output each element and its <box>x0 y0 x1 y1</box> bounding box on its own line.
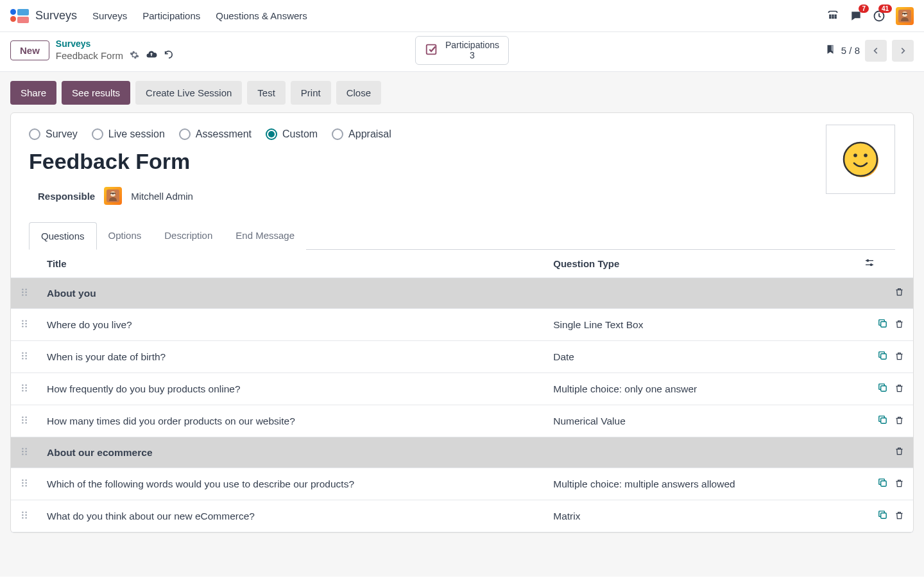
new-button[interactable]: New <box>10 40 49 60</box>
question-row[interactable]: What do you think about our new eCommerc… <box>11 500 913 532</box>
section-row[interactable]: About you <box>11 278 913 309</box>
see-results-button[interactable]: See results <box>62 81 130 105</box>
question-row[interactable]: Where do you live?Single Line Text Box <box>11 309 913 341</box>
nav-surveys[interactable]: Surveys <box>92 10 127 21</box>
row-type[interactable]: Matrix <box>544 500 855 532</box>
pager-prev-button[interactable] <box>865 40 887 62</box>
row-type[interactable]: Multiple choice: only one answer <box>544 373 855 405</box>
question-row[interactable]: When is your date of birth?Date <box>11 341 913 373</box>
pager-text[interactable]: 5 / 8 <box>841 45 860 56</box>
row-type[interactable]: Date <box>544 341 855 373</box>
messages-icon[interactable]: 7 <box>850 10 862 22</box>
gear-icon[interactable] <box>130 50 139 62</box>
radio-live-session[interactable]: Live session <box>92 128 165 140</box>
breadcrumb: Surveys Feedback Form <box>56 39 174 62</box>
svg-rect-12 <box>427 45 436 55</box>
survey-type-radios: SurveyLive sessionAssessmentCustomApprai… <box>29 128 895 140</box>
trash-icon[interactable] <box>894 446 904 456</box>
nav-questions-answers[interactable]: Questions & Answers <box>216 10 307 21</box>
activities-icon[interactable]: 41 <box>873 10 886 22</box>
tab-options[interactable]: Options <box>97 222 153 250</box>
svg-point-47 <box>25 384 26 385</box>
row-title[interactable]: How many times did you order products on… <box>38 405 544 437</box>
app-logo[interactable] <box>10 9 29 23</box>
row-type[interactable]: Numerical Value <box>544 405 855 437</box>
share-button[interactable]: Share <box>10 81 56 105</box>
drag-handle-icon[interactable] <box>11 341 38 373</box>
drag-handle-icon[interactable] <box>11 405 38 437</box>
col-title[interactable]: Title <box>38 250 544 278</box>
svg-point-16 <box>864 153 868 157</box>
question-row[interactable]: Which of the following words would you u… <box>11 468 913 500</box>
close-button[interactable]: Close <box>336 81 381 105</box>
main-nav: Surveys Participations Questions & Answe… <box>92 10 307 21</box>
participations-stat-button[interactable]: Participations 3 <box>415 36 509 65</box>
trash-icon[interactable] <box>894 319 904 329</box>
copy-icon[interactable] <box>877 318 888 329</box>
row-title[interactable]: When is your date of birth? <box>38 341 544 373</box>
drag-handle-icon[interactable] <box>11 309 38 341</box>
drag-handle-icon[interactable] <box>11 500 38 532</box>
svg-point-42 <box>25 355 26 356</box>
phone-icon[interactable] <box>826 10 839 22</box>
trash-icon[interactable] <box>894 383 904 393</box>
row-title[interactable]: How frequently do you buy products onlin… <box>38 373 544 405</box>
copy-icon[interactable] <box>877 509 888 520</box>
nav-participations[interactable]: Participations <box>142 10 200 21</box>
create-live-session-button[interactable]: Create Live Session <box>135 81 242 105</box>
radio-custom[interactable]: Custom <box>266 128 318 140</box>
tab-description[interactable]: Description <box>153 222 224 250</box>
row-type[interactable]: Multiple choice: multiple answers allowe… <box>544 468 855 500</box>
svg-point-40 <box>25 352 26 353</box>
row-type[interactable]: Single Line Text Box <box>544 309 855 341</box>
undo-icon[interactable] <box>164 49 174 62</box>
tab-questions[interactable]: Questions <box>29 222 97 250</box>
radio-appraisal[interactable]: Appraisal <box>332 128 391 140</box>
copy-icon[interactable] <box>877 350 888 361</box>
question-row[interactable]: How frequently do you buy products onlin… <box>11 373 913 405</box>
row-title[interactable]: About our ecommerce <box>38 437 544 468</box>
col-type[interactable]: Question Type <box>544 250 855 278</box>
row-title[interactable]: What do you think about our new eCommerc… <box>38 500 544 532</box>
app-name[interactable]: Surveys <box>35 9 77 22</box>
drag-handle-icon[interactable] <box>11 373 38 405</box>
trash-icon[interactable] <box>894 416 904 425</box>
pager-next-button[interactable] <box>892 40 914 62</box>
svg-point-76 <box>25 514 26 515</box>
row-type[interactable] <box>544 437 855 468</box>
trash-icon[interactable] <box>894 351 904 361</box>
radio-circle-icon <box>92 128 103 140</box>
copy-icon[interactable] <box>877 382 888 393</box>
drag-handle-icon[interactable] <box>11 437 38 468</box>
responsible-avatar[interactable] <box>104 187 122 205</box>
drag-handle-icon[interactable] <box>11 468 38 500</box>
row-actions <box>855 278 913 309</box>
print-button[interactable]: Print <box>291 81 331 105</box>
drag-handle-icon[interactable] <box>11 278 38 309</box>
trash-icon[interactable] <box>894 511 904 520</box>
copy-icon[interactable] <box>877 414 888 425</box>
cloud-upload-icon[interactable] <box>146 49 157 62</box>
form-tabs: QuestionsOptionsDescriptionEnd Message <box>29 222 895 250</box>
tab-end-message[interactable]: End Message <box>224 222 306 250</box>
survey-title[interactable]: Feedback Form <box>29 149 895 174</box>
row-title[interactable]: Where do you live? <box>38 309 544 341</box>
row-actions <box>855 309 913 341</box>
columns-settings-icon[interactable] <box>864 259 875 270</box>
trash-icon[interactable] <box>894 478 904 488</box>
row-type[interactable] <box>544 278 855 309</box>
row-title[interactable]: About you <box>38 278 544 309</box>
section-row[interactable]: About our ecommerce <box>11 437 913 468</box>
bookmark-icon[interactable] <box>825 44 836 57</box>
test-button[interactable]: Test <box>247 81 286 105</box>
trash-icon[interactable] <box>894 287 904 297</box>
radio-survey[interactable]: Survey <box>29 128 78 140</box>
question-row[interactable]: How many times did you order products on… <box>11 405 913 437</box>
row-title[interactable]: Which of the following words would you u… <box>38 468 544 500</box>
responsible-value[interactable]: Mitchell Admin <box>131 191 193 202</box>
breadcrumb-root[interactable]: Surveys <box>56 39 174 49</box>
radio-assessment[interactable]: Assessment <box>179 128 252 140</box>
survey-image[interactable] <box>826 125 895 194</box>
user-avatar[interactable] <box>896 7 914 25</box>
copy-icon[interactable] <box>877 477 888 488</box>
